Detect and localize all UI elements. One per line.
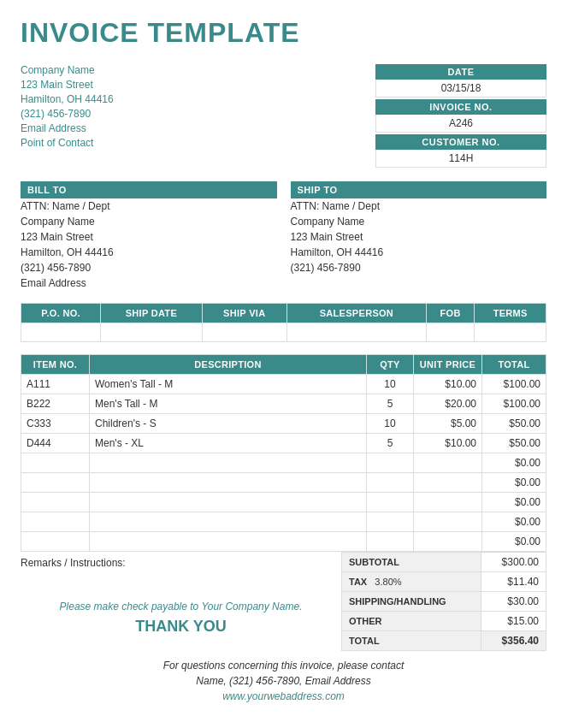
customer-no-value: 114H (375, 150, 546, 168)
ship-attn: ATTN: Name / Dept (291, 198, 547, 214)
footer-contact: For questions concerning this invoice, p… (21, 660, 546, 702)
totals-table: SUBTOTAL $300.00 TAX 3.80% $11.40 SHIPPI… (341, 552, 546, 651)
company-email: Email Address (21, 122, 114, 134)
total-cell: $0.00 (482, 493, 546, 512)
total-cell: $0.00 (482, 532, 546, 552)
tax-label: TAX 3.80% (342, 572, 481, 592)
unit-price-cell (414, 493, 482, 512)
table-row: D444 Men's - XL 5 $10.00 $50.00 (21, 434, 546, 453)
qty-cell (367, 512, 414, 532)
bill-address1: 123 Main Street (21, 229, 277, 245)
item-no-header: ITEM NO. (21, 355, 90, 375)
po-no-cell (21, 323, 101, 342)
bill-attn: ATTN: Name / Dept (21, 198, 277, 214)
totals-section: SUBTOTAL $300.00 TAX 3.80% $11.40 SHIPPI… (341, 552, 546, 651)
description-cell (90, 453, 367, 473)
ship-to-address: ATTN: Name / Dept Company Name 123 Main … (291, 198, 547, 275)
check-payable: Please make check payable to Your Compan… (21, 601, 341, 613)
items-header-row: ITEM NO. DESCRIPTION QTY UNIT PRICE TOTA… (21, 355, 546, 375)
date-value: 03/15/18 (375, 80, 546, 98)
table-row: $0.00 (21, 493, 546, 512)
total-value: $356.40 (481, 631, 546, 651)
unit-price-cell: $10.00 (414, 434, 482, 453)
company-address2: Hamilton, OH 44416 (21, 93, 114, 105)
description-header: DESCRIPTION (90, 355, 367, 375)
company-contact: Point of Contact (21, 137, 114, 149)
ship-via-header: SHIP VIA (202, 304, 286, 323)
terms-cell (475, 323, 546, 342)
table-row: $0.00 (21, 532, 546, 552)
description-cell: Children's - S (90, 414, 367, 434)
terms-header: TERMS (475, 304, 546, 323)
description-cell (90, 493, 367, 512)
item-no-cell: D444 (21, 434, 90, 453)
ship-address2: Hamilton, OH 44416 (291, 245, 547, 260)
unit-price-cell (414, 532, 482, 552)
bill-email: Email Address (21, 275, 277, 291)
table-row: $0.00 (21, 473, 546, 493)
left-footer: Remarks / Instructions: Please make chec… (21, 552, 341, 651)
qty-cell (367, 453, 414, 473)
company-phone: (321) 456-7890 (21, 108, 114, 120)
description-cell (90, 473, 367, 493)
subtotal-value: $300.00 (481, 553, 546, 572)
remarks-label: Remarks / Instructions: (21, 557, 126, 569)
po-table: P.O. NO. SHIP DATE SHIP VIA SALESPERSON … (21, 303, 546, 342)
company-name: Company Name (21, 64, 114, 76)
invoice-title: INVOICE TEMPLATE (21, 17, 546, 49)
item-no-cell (21, 473, 90, 493)
bottom-section: Remarks / Instructions: Please make chec… (21, 552, 546, 651)
other-value: $15.00 (481, 612, 546, 631)
company-info: Company Name 123 Main Street Hamilton, O… (21, 64, 114, 169)
item-no-cell (21, 493, 90, 512)
contact-line1: For questions concerning this invoice, p… (21, 660, 546, 672)
qty-cell (367, 532, 414, 552)
table-row: $0.00 (21, 512, 546, 532)
ship-to-header: SHIP TO (291, 181, 547, 198)
tax-row: TAX 3.80% $11.40 (342, 572, 546, 592)
total-cell: $50.00 (482, 434, 546, 453)
item-no-cell (21, 532, 90, 552)
qty-cell (367, 473, 414, 493)
description-cell: Men's Tall - M (90, 394, 367, 414)
invoice-no-value: A246 (375, 115, 546, 133)
item-no-cell: C333 (21, 414, 90, 434)
total-cell: $0.00 (482, 453, 546, 473)
bill-company: Company Name (21, 214, 277, 229)
qty-cell: 5 (367, 434, 414, 453)
salesperson-header: SALESPERSON (286, 304, 426, 323)
unit-price-cell (414, 473, 482, 493)
unit-price-cell: $20.00 (414, 394, 482, 414)
description-cell: Men's - XL (90, 434, 367, 453)
description-cell: Women's Tall - M (90, 375, 367, 394)
invoice-no-label: INVOICE NO. (375, 99, 546, 115)
date-row: DATE 03/15/18 (375, 64, 546, 98)
item-no-cell (21, 453, 90, 473)
total-cell: $0.00 (482, 512, 546, 532)
grand-total-row: TOTAL $356.40 (342, 631, 546, 651)
table-row: C333 Children's - S 10 $5.00 $50.00 (21, 414, 546, 434)
po-no-header: P.O. NO. (21, 304, 101, 323)
item-no-cell (21, 512, 90, 532)
website: www.yourwebaddress.com (21, 690, 546, 702)
table-row: $0.00 (21, 453, 546, 473)
bill-to-header: BILL TO (21, 181, 277, 198)
unit-price-cell: $5.00 (414, 414, 482, 434)
invoice-meta: DATE 03/15/18 INVOICE NO. A246 CUSTOMER … (375, 64, 546, 169)
ship-date-cell (101, 323, 202, 342)
item-no-cell: A111 (21, 375, 90, 394)
qty-cell: 10 (367, 375, 414, 394)
total-cell: $100.00 (482, 394, 546, 414)
fob-cell (426, 323, 475, 342)
bill-ship-section: BILL TO ATTN: Name / Dept Company Name 1… (21, 181, 546, 291)
ship-address1: 123 Main Street (291, 229, 547, 245)
qty-header: QTY (367, 355, 414, 375)
remarks-section: Remarks / Instructions: (21, 552, 341, 583)
tax-rate: 3.80% (375, 577, 401, 587)
customer-no-label: CUSTOMER NO. (375, 134, 546, 150)
subtotal-row: SUBTOTAL $300.00 (342, 553, 546, 572)
po-data-row (21, 323, 546, 342)
total-cell: $50.00 (482, 414, 546, 434)
total-header: TOTAL (482, 355, 546, 375)
items-table: ITEM NO. DESCRIPTION QTY UNIT PRICE TOTA… (21, 354, 546, 552)
